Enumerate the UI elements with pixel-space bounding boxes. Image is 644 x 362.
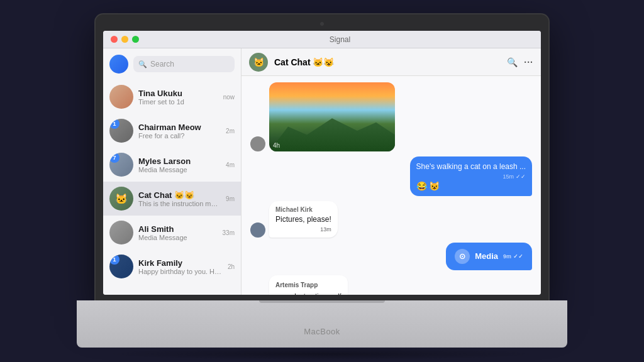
my-avatar[interactable] [109,55,128,74]
msg-sender-name: Michael Kirk [275,206,331,213]
media-label: Media [475,251,498,261]
conv-name: Kirk Family [138,258,223,268]
conv-item-tina[interactable]: Tina Ukuku Timer set to 1d now [103,80,241,114]
msg-time: 15m [502,173,514,180]
app-body: 🔍 Search Tina Ukuku Timer set to 1d [103,48,541,295]
conv-name: Myles Larson [138,156,221,166]
unread-badge: 7 [109,153,119,163]
conv-preview: Timer set to 1d [138,98,218,106]
window-title: Signal [147,35,533,44]
more-button[interactable]: ··· [524,57,533,67]
conv-info-catcher: Cat Chat 🐱😺 This is the instruction manu… [138,190,221,207]
attachment-info: Instructions.pdf 21.04 KB [294,292,341,295]
search-icon: 🔍 [138,60,147,69]
traffic-lights [111,36,139,43]
msg-row-michael: Michael Kirk Pictures, please! 13m [250,201,532,238]
sender-avatar-img [250,136,265,151]
msg-text: Pictures, please! [275,214,331,225]
conv-avatar-ali [109,221,133,244]
search-button[interactable]: 🔍 [507,57,518,67]
conv-avatar-tina [109,85,133,109]
search-placeholder: Search [150,60,174,69]
laptop-wrapper: Signal 🔍 Search [77,14,567,348]
msg-reactions: 😂 😺 [416,181,526,191]
mountain-scene [269,82,395,151]
chat-area: 🐱 Cat Chat 🐱😺 🔍 ··· [242,48,541,295]
conv-preview: Media Message [138,166,221,173]
conv-name: Cat Chat 🐱😺 [138,190,221,200]
conv-name: Chairman Meow [138,123,221,132]
conv-time: 4m [226,162,235,168]
conv-time: 2h [228,263,235,270]
unread-badge: 1 [109,119,119,129]
conv-preview: Media Message [138,234,218,241]
conv-avatar-kirk: 1 [109,255,133,278]
msg-attachment: Artemis Trapp PDF Instructions.pdf 21.04… [269,275,348,295]
search-bar[interactable]: 🔍 Search [133,56,235,72]
conv-time: 9m [226,195,235,202]
conv-info-tina: Tina Ukuku Timer set to 1d [138,89,218,106]
msg-image-container: 4h [269,82,395,151]
macbook-label: MacBook [304,327,340,336]
laptop-screen-bezel: Signal 🔍 Search [96,14,548,304]
unread-badge: 1 [109,255,119,265]
chat-messages: 4h She's walking a cat on a leash ... 15… [242,76,541,295]
msg-meta: 9m ✓✓ [503,253,523,260]
conv-time: 2m [226,128,235,134]
msg-row-attachment: Artemis Trapp PDF Instructions.pdf 21.04… [250,275,532,295]
conv-time: 33m [223,229,235,236]
chat-title-text: Cat Chat 🐱😺 [274,57,334,67]
conv-preview: This is the instruction manual. [138,200,221,207]
msg-bubble-walking: She's walking a cat on a leash ... 15m ✓… [410,156,532,196]
laptop-shadow [102,348,542,360]
msg-check-icon: ✓✓ [516,173,526,180]
msg-media-bubble: ⊙ Media 9m ✓✓ [446,243,532,270]
close-button[interactable] [111,36,118,43]
screen: Signal 🔍 Search [103,31,541,295]
conv-info-chairman: Chairman Meow Free for a call? [138,123,221,140]
maximize-button[interactable] [132,36,139,43]
conv-avatar-chairman: 1 [109,119,133,143]
chat-header-icons: 🔍 ··· [507,57,533,67]
conv-item-kirk[interactable]: 1 Kirk Family Happy birthday to you. Hap… [103,250,241,283]
laptop-base: MacBook [77,300,567,348]
conv-avatar-catcher: 🐱 [109,187,133,211]
msg-row-image: 4h [250,82,532,151]
msg-time: 13m [320,226,331,233]
attachment-sender: Artemis Trapp [275,282,341,288]
conv-info-myles: Myles Larson Media Message [138,156,221,173]
msg-text: She's walking a cat on a leash ... [416,162,526,172]
attachment-file: PDF Instructions.pdf 21.04 KB [275,292,341,295]
conv-name: Tina Ukuku [138,89,218,98]
conv-preview: Free for a call? [138,132,221,140]
msg-row-walking: She's walking a cat on a leash ... 15m ✓… [250,156,532,196]
chat-header: 🐱 Cat Chat 🐱😺 🔍 ··· [242,48,541,76]
conv-avatar-myles: 7 [109,153,133,177]
conv-time: now [223,94,235,101]
media-icon: ⊙ [455,249,470,264]
msg-image: 4h [269,82,395,151]
conv-item-ali[interactable]: Ali Smith Media Message 33m [103,216,241,250]
conv-info-ali: Ali Smith Media Message [138,224,218,241]
conv-item-chairman[interactable]: 1 Chairman Meow Free for a call? 2m [103,114,241,148]
conv-preview: Happy birthday to you. Happy birt... [138,268,223,275]
conv-info-kirk: Kirk Family Happy birthday to you. Happy… [138,258,223,275]
camera-dot [320,22,324,26]
conv-name: Ali Smith [138,224,218,234]
conv-item-catcher[interactable]: 🐱 Cat Chat 🐱😺 This is the instruction ma… [103,182,241,216]
msg-row-media: ⊙ Media 9m ✓✓ [250,243,532,270]
chat-header-avatar: 🐱 [249,53,268,72]
conv-item-myles[interactable]: 7 Myles Larson Media Message 4m [103,148,241,182]
chat-title: Cat Chat 🐱😺 [274,57,501,67]
minimize-button[interactable] [121,36,128,43]
msg-bubble-michael: Michael Kirk Pictures, please! 13m [269,201,338,238]
msg-meta: 15m ✓✓ [416,173,526,180]
titlebar: Signal [103,31,541,48]
conversation-list: Tina Ukuku Timer set to 1d now 1 Chair [103,80,241,295]
sidebar-header: 🔍 Search [103,48,241,80]
attachment-name: Instructions.pdf [294,292,341,295]
msg-meta: 13m [275,226,331,233]
img-timestamp: 4h [273,142,280,149]
msg-time: 9m [503,253,511,260]
msg-check-icon: ✓✓ [513,253,523,260]
